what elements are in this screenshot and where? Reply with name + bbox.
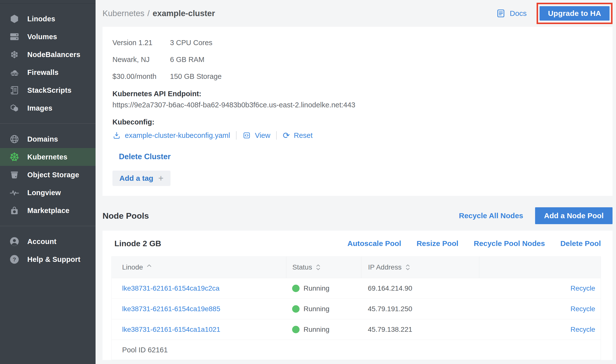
sort-both-icon: [315, 264, 321, 271]
sort-both-icon: [405, 264, 411, 271]
sidebar-item-label: Images: [27, 104, 52, 112]
recycle-pool-nodes-link[interactable]: Recycle Pool Nodes: [474, 239, 545, 248]
sidebar-item-domains[interactable]: Domains: [0, 130, 96, 148]
add-node-pool-button[interactable]: Add a Node Pool: [535, 207, 613, 224]
recycle-node-link[interactable]: Recycle: [570, 284, 595, 292]
reset-label: Reset: [294, 131, 313, 140]
column-label: IP Address: [368, 263, 402, 271]
resize-pool-link[interactable]: Resize Pool: [416, 239, 458, 248]
status-dot-running: [292, 326, 300, 333]
api-endpoint-label: Kubernetes API Endpoint:: [112, 88, 603, 99]
nodes-table: Linode Status IP Address: [111, 256, 601, 360]
sidebar-item-label: Volumes: [27, 33, 57, 41]
ip-address: 69.164.214.90: [368, 284, 412, 292]
docs-icon: [496, 8, 506, 18]
column-header-linode[interactable]: Linode: [112, 257, 286, 278]
sidebar-item-label: Domains: [27, 135, 58, 143]
sidebar-item-longview[interactable]: Longview: [0, 184, 96, 202]
upgrade-annotation-highlight: Upgrade to HA: [537, 3, 613, 24]
help-icon: ?: [9, 254, 20, 265]
sidebar-divider: [0, 123, 96, 124]
page-header: Kubernetes / example-cluster Docs Upgrad…: [103, 0, 613, 27]
linodes-icon: [9, 13, 20, 24]
delete-pool-link[interactable]: Delete Pool: [560, 239, 601, 248]
sidebar-item-help-support[interactable]: ? Help & Support: [0, 250, 96, 268]
kubeconfig-view-link[interactable]: View: [242, 131, 270, 140]
cluster-ram: 6 GB RAM: [170, 56, 205, 64]
status-label: Running: [304, 326, 329, 334]
node-pool-card: Linode 2 GB Autoscale Pool Resize Pool R…: [103, 231, 613, 360]
column-header-ip-address[interactable]: IP Address: [361, 257, 479, 278]
sidebar-item-account[interactable]: Account: [0, 233, 96, 250]
cluster-price: $30.00/month: [112, 72, 170, 81]
breadcrumb-kubernetes-link[interactable]: Kubernetes: [103, 9, 144, 18]
sort-ascending-icon: [146, 264, 152, 267]
sidebar-item-kubernetes[interactable]: Kubernetes: [0, 148, 96, 166]
add-tag-button[interactable]: Add a tag +: [112, 171, 171, 186]
upgrade-to-ha-button[interactable]: Upgrade to HA: [540, 6, 610, 21]
cluster-region: Newark, NJ: [112, 56, 170, 64]
recycle-node-link[interactable]: Recycle: [570, 326, 595, 334]
ip-address: 45.79.191.250: [368, 305, 412, 313]
recycle-all-nodes-link[interactable]: Recycle All Nodes: [459, 212, 523, 220]
sidebar-item-label: Object Storage: [27, 171, 79, 179]
delete-cluster-button[interactable]: Delete Cluster: [119, 152, 171, 161]
sidebar-item-marketplace[interactable]: Marketplace: [0, 202, 96, 219]
node-link[interactable]: lke38731-62161-6154ca19c2ca: [122, 284, 219, 292]
column-label: Linode: [122, 263, 143, 271]
header-actions: Docs Upgrade to HA: [496, 3, 613, 24]
divider: [276, 131, 277, 140]
column-header-status[interactable]: Status: [286, 257, 361, 278]
sidebar-item-stackscripts[interactable]: StackScripts: [0, 81, 96, 99]
sidebar-item-nodebalancers[interactable]: NodeBalancers: [0, 46, 96, 63]
kubeconfig-download-link[interactable]: example-cluster-kubeconfig.yaml: [112, 131, 230, 140]
sidebar: Linodes Volumes NodeBalancers Firewall: [0, 0, 96, 364]
stackscripts-icon: [9, 85, 20, 96]
node-link[interactable]: lke38731-62161-6154ca1a1021: [122, 326, 220, 334]
domains-icon: [9, 134, 20, 145]
pool-id-row: Pool ID 62161: [112, 340, 601, 360]
breadcrumb-current: example-cluster: [153, 9, 215, 18]
status-label: Running: [304, 305, 329, 313]
delete-cluster-row: Delete Cluster: [112, 152, 603, 161]
reset-icon: ⟳: [283, 131, 290, 140]
table-header-row: Linode Status IP Address: [112, 257, 601, 278]
node-pools-header: Node Pools Recycle All Nodes Add a Node …: [103, 207, 613, 224]
images-icon: [9, 103, 20, 114]
status-dot-running: [292, 285, 300, 292]
sidebar-top-strip: [0, 0, 96, 3]
node-pools-title: Node Pools: [103, 211, 459, 221]
api-endpoint-url: https://9e2a7307-b6ac-408f-ba62-9483b0b3…: [112, 99, 603, 111]
svg-text:?: ?: [13, 256, 16, 263]
kubernetes-icon: [9, 152, 20, 162]
kubeconfig-label: Kubeconfig:: [112, 117, 603, 127]
summary-row: Newark, NJ 6 GB RAM: [112, 51, 603, 68]
kubeconfig-row: example-cluster-kubeconfig.yaml View ⟳ R…: [112, 129, 603, 141]
kubeconfig-reset-link[interactable]: ⟳ Reset: [283, 131, 312, 140]
code-view-icon: [242, 131, 251, 140]
summary-row: $30.00/month 150 GB Storage: [112, 68, 603, 85]
divider: [236, 131, 237, 140]
pool-name: Linode 2 GB: [114, 239, 347, 248]
recycle-node-link[interactable]: Recycle: [570, 305, 595, 313]
sidebar-item-images[interactable]: Images: [0, 99, 96, 117]
sidebar-item-object-storage[interactable]: Object Storage: [0, 166, 96, 184]
view-label: View: [255, 131, 270, 140]
breadcrumb: Kubernetes / example-cluster: [103, 9, 496, 18]
sidebar-item-linodes[interactable]: Linodes: [0, 10, 96, 28]
column-label: Status: [292, 263, 312, 271]
autoscale-pool-link[interactable]: Autoscale Pool: [347, 239, 401, 248]
breadcrumb-separator: /: [147, 9, 150, 18]
sidebar-item-volumes[interactable]: Volumes: [0, 28, 96, 46]
docs-link[interactable]: Docs: [496, 8, 527, 18]
account-icon: [9, 236, 20, 247]
cluster-summary-card: Version 1.21 3 CPU Cores Newark, NJ 6 GB…: [103, 27, 613, 196]
table-row: lke38731-62161-6154ca19e885 Running 45.7…: [112, 299, 601, 319]
table-row: lke38731-62161-6154ca1a1021 Running 45.7…: [112, 319, 601, 340]
sidebar-divider: [0, 226, 96, 226]
download-icon: [112, 131, 121, 140]
node-link[interactable]: lke38731-62161-6154ca19e885: [122, 305, 220, 313]
plus-icon: +: [158, 174, 164, 183]
sidebar-item-firewalls[interactable]: Firewalls: [0, 63, 96, 81]
cluster-version: Version 1.21: [112, 39, 170, 47]
